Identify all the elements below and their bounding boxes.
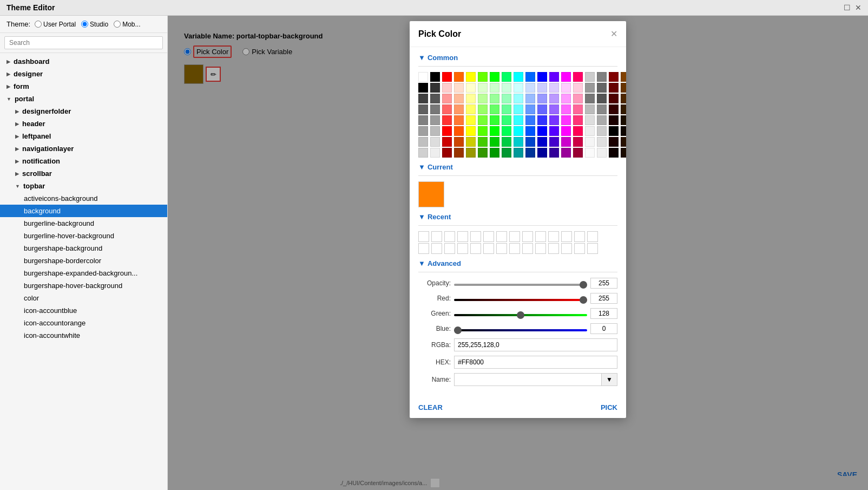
recent-color-cell[interactable]: [483, 243, 494, 254]
recent-color-cell[interactable]: [561, 231, 572, 242]
color-cell[interactable]: [597, 104, 607, 114]
color-cell[interactable]: [549, 126, 559, 136]
sidebar-item-leftpanel[interactable]: ▶ leftpanel: [0, 130, 167, 142]
color-cell[interactable]: [502, 83, 511, 93]
recent-color-cell[interactable]: [574, 243, 585, 254]
color-cell[interactable]: [549, 115, 559, 125]
color-cell[interactable]: [525, 72, 535, 82]
sidebar-item-topbar[interactable]: ▼ topbar: [0, 180, 167, 192]
color-cell[interactable]: [561, 126, 571, 136]
recent-color-cell[interactable]: [470, 243, 481, 254]
color-cell[interactable]: [418, 72, 428, 82]
color-cell[interactable]: [561, 94, 571, 103]
color-cell[interactable]: [490, 72, 499, 82]
color-cell[interactable]: [418, 137, 428, 147]
sidebar-item-designer[interactable]: ▶ designer: [0, 68, 167, 80]
color-cell[interactable]: [585, 148, 595, 158]
color-cell[interactable]: [478, 137, 488, 147]
color-cell[interactable]: [573, 148, 583, 158]
sidebar-item-icon-accountorange[interactable]: icon-accountorange: [0, 317, 167, 329]
color-cell[interactable]: [502, 94, 511, 103]
close-button[interactable]: ✕: [855, 3, 862, 12]
color-cell[interactable]: [549, 104, 559, 114]
minimize-button[interactable]: ☐: [844, 3, 851, 12]
color-cell[interactable]: [418, 104, 428, 114]
color-cell[interactable]: [597, 126, 607, 136]
sidebar-item-header[interactable]: ▶ header: [0, 117, 167, 130]
red-slider[interactable]: [454, 299, 587, 301]
color-cell[interactable]: [573, 83, 583, 93]
color-cell[interactable]: [597, 94, 607, 103]
color-cell[interactable]: [537, 104, 547, 114]
recent-color-cell[interactable]: [496, 231, 507, 242]
color-cell[interactable]: [466, 126, 476, 136]
sidebar-item-portal[interactable]: ▼ portal: [0, 93, 167, 105]
rgba-input[interactable]: [454, 338, 617, 351]
color-cell[interactable]: [418, 126, 428, 136]
color-cell[interactable]: [597, 72, 607, 82]
color-cell[interactable]: [609, 115, 619, 125]
sidebar-item-burgershape-bordercolor[interactable]: burgershape-bordercolor: [0, 254, 167, 267]
color-cell[interactable]: [549, 94, 559, 103]
color-cell[interactable]: [573, 137, 583, 147]
color-cell[interactable]: [561, 72, 571, 82]
color-cell[interactable]: [573, 115, 583, 125]
color-cell[interactable]: [478, 104, 488, 114]
color-cell[interactable]: [502, 72, 511, 82]
color-cell[interactable]: [597, 83, 607, 93]
color-cell[interactable]: [609, 72, 619, 82]
color-cell[interactable]: [478, 115, 488, 125]
color-cell[interactable]: [537, 148, 547, 158]
blue-slider[interactable]: [454, 329, 587, 331]
clear-button[interactable]: CLEAR: [418, 403, 443, 411]
recent-color-cell[interactable]: [444, 231, 455, 242]
recent-color-cell[interactable]: [431, 243, 442, 254]
color-cell[interactable]: [454, 148, 464, 158]
color-cell[interactable]: [514, 137, 523, 147]
sidebar-item-burgerline-hover-background[interactable]: burgerline-hover-background: [0, 230, 167, 242]
theme-option-studio[interactable]: Studio: [81, 21, 108, 28]
color-cell[interactable]: [525, 115, 535, 125]
recent-color-cell[interactable]: [548, 243, 559, 254]
color-cell[interactable]: [418, 115, 428, 125]
color-cell[interactable]: [561, 137, 571, 147]
recent-color-cell[interactable]: [457, 231, 468, 242]
hex-input[interactable]: [454, 356, 617, 369]
color-cell[interactable]: [502, 104, 511, 114]
recent-color-cell[interactable]: [457, 243, 468, 254]
recent-color-cell[interactable]: [548, 231, 559, 242]
color-cell[interactable]: [478, 72, 488, 82]
name-select[interactable]: [454, 373, 602, 386]
color-cell[interactable]: [514, 94, 523, 103]
color-cell[interactable]: [430, 72, 440, 82]
sidebar-item-color[interactable]: color: [0, 292, 167, 304]
color-cell[interactable]: [525, 148, 535, 158]
recent-color-cell[interactable]: [496, 243, 507, 254]
recent-color-cell[interactable]: [418, 231, 429, 242]
color-cell[interactable]: [418, 148, 428, 158]
color-cell[interactable]: [478, 148, 488, 158]
color-cell[interactable]: [490, 94, 499, 103]
color-cell[interactable]: [430, 137, 440, 147]
color-cell[interactable]: [514, 115, 523, 125]
color-cell[interactable]: [609, 94, 619, 103]
color-cell[interactable]: [514, 126, 523, 136]
color-cell[interactable]: [490, 126, 499, 136]
sidebar-item-burgershape-expanded-background[interactable]: burgershape-expanded-backgroun...: [0, 267, 167, 279]
color-cell[interactable]: [537, 137, 547, 147]
color-cell[interactable]: [561, 83, 571, 93]
color-cell[interactable]: [537, 72, 547, 82]
color-cell[interactable]: [549, 148, 559, 158]
color-cell[interactable]: [585, 126, 595, 136]
sidebar-item-burgerline-background[interactable]: burgerline-background: [0, 217, 167, 230]
color-cell[interactable]: [621, 94, 626, 103]
color-cell[interactable]: [597, 115, 607, 125]
color-cell[interactable]: [585, 83, 595, 93]
sidebar-item-background[interactable]: background: [0, 205, 167, 217]
color-cell[interactable]: [490, 83, 499, 93]
color-cell[interactable]: [466, 83, 476, 93]
color-cell[interactable]: [478, 126, 488, 136]
color-cell[interactable]: [514, 72, 523, 82]
recent-color-cell[interactable]: [418, 243, 429, 254]
color-cell[interactable]: [466, 104, 476, 114]
